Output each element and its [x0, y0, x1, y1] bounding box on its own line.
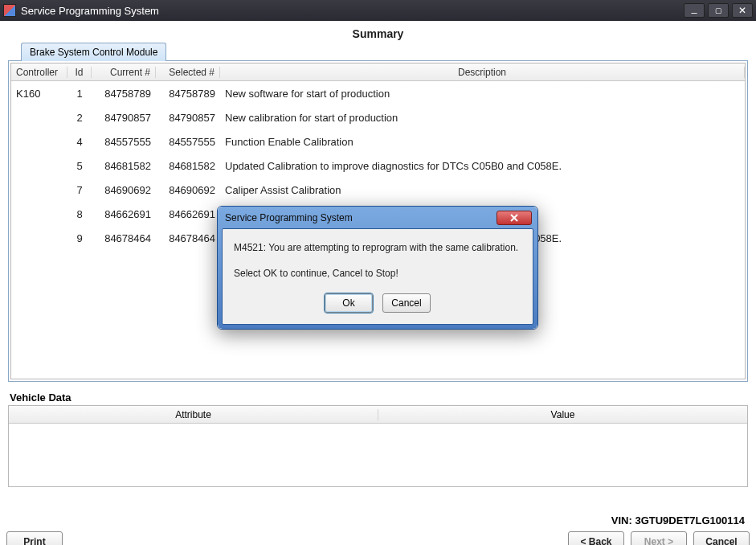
cell: 7	[67, 184, 92, 196]
grid-header-row: Controller Id Current # Selected # Descr…	[11, 64, 745, 81]
cell: 84678464	[92, 232, 156, 244]
window-controls: _ ▢ ✕	[684, 3, 753, 18]
col-header-description[interactable]: Description	[220, 67, 745, 78]
cell: 84681582	[156, 160, 220, 172]
vin-label: VIN: 3GTU9DET7LG100114	[0, 511, 756, 528]
cancel-button[interactable]: Cancel	[693, 531, 750, 545]
cell: 84557555	[156, 136, 220, 148]
col-header-controller[interactable]: Controller	[11, 67, 67, 78]
cell: 84690692	[156, 184, 220, 196]
back-button[interactable]: < Back	[568, 531, 624, 545]
cell: Updated Calibration to improve diagnosti…	[220, 160, 745, 172]
table-row[interactable]: K16018475878984758789New software for st…	[11, 81, 745, 105]
footer-bar: Print < Back Next > Cancel	[0, 528, 756, 545]
dialog-message-2: Select OK to continue, Cancel to Stop!	[234, 268, 521, 279]
table-row[interactable]: 58468158284681582Updated Calibration to …	[11, 154, 745, 178]
dialog-message-1: M4521: You are attempting to reprogram w…	[234, 242, 521, 253]
cell: 84790857	[92, 112, 156, 124]
vehicle-data-heading: Vehicle Data	[10, 391, 750, 404]
dialog-cancel-button[interactable]: Cancel	[382, 293, 431, 313]
tab-label: Brake System Control Module	[30, 47, 157, 58]
confirm-dialog: Service Programming System M4521: You ar…	[217, 206, 538, 330]
cell: 84681582	[92, 160, 156, 172]
minimize-button[interactable]: _	[684, 3, 705, 18]
maximize-button[interactable]: ▢	[708, 3, 729, 18]
dialog-close-button[interactable]	[497, 211, 532, 225]
cell: 84557555	[92, 136, 156, 148]
cell: 9	[67, 232, 92, 244]
summary-heading: Summary	[6, 27, 750, 40]
dialog-title: Service Programming System	[225, 212, 497, 223]
cell: 5	[67, 160, 92, 172]
cell: 84690692	[92, 184, 156, 196]
vehicle-header-row: Attribute Value	[9, 406, 747, 424]
cell: New software for start of production	[220, 88, 745, 100]
cell: 84758789	[92, 88, 156, 100]
window-title: Service Programming System	[21, 5, 684, 17]
print-button[interactable]: Print	[6, 531, 63, 545]
vehicle-col-attribute[interactable]: Attribute	[9, 409, 378, 420]
vehicle-data-grid: Attribute Value	[8, 405, 748, 487]
tab-brake-system[interactable]: Brake System Control Module	[21, 43, 166, 61]
window-titlebar: Service Programming System _ ▢ ✕	[0, 0, 756, 21]
close-icon	[510, 214, 518, 222]
table-row[interactable]: 28479085784790857New calibration for sta…	[11, 105, 745, 129]
app-icon	[3, 4, 16, 17]
cell: 8	[67, 208, 92, 220]
cell: 84790857	[156, 112, 220, 124]
col-header-current[interactable]: Current #	[92, 67, 156, 78]
next-button[interactable]: Next >	[631, 531, 687, 545]
dialog-ok-button[interactable]: Ok	[325, 293, 373, 313]
cell: 2	[67, 112, 92, 124]
cell: Caliper Assist Calibration	[220, 184, 745, 196]
table-row[interactable]: 78469069284690692Caliper Assist Calibrat…	[11, 178, 745, 202]
table-row[interactable]: 48455755584557555Function Enable Calibra…	[11, 129, 745, 154]
col-header-selected[interactable]: Selected #	[156, 67, 220, 78]
cell: 1	[67, 88, 92, 100]
cell: 84662691	[92, 208, 156, 220]
vehicle-col-value[interactable]: Value	[378, 409, 747, 420]
cell: 84678464	[156, 232, 220, 244]
cell: 4	[67, 136, 92, 148]
col-header-id[interactable]: Id	[67, 67, 92, 78]
cell: 84662691	[156, 208, 220, 220]
window-close-button[interactable]: ✕	[732, 3, 753, 18]
cell: K160	[11, 88, 67, 100]
cell: 84758789	[156, 88, 220, 100]
cell: Function Enable Calibration	[220, 136, 745, 148]
cell: New calibration for start of production	[220, 112, 745, 124]
